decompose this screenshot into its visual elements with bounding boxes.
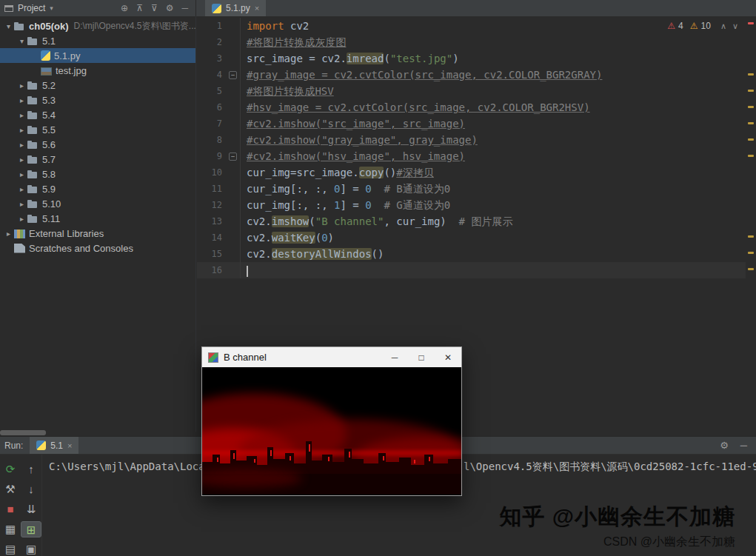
chevron-down-icon[interactable]: ▾ bbox=[50, 4, 53, 12]
chevron-right-icon[interactable]: ▸ bbox=[16, 81, 27, 90]
code-text[interactable]: cur_img[:, :, 0] = 0 # B通道设为0 bbox=[241, 181, 746, 197]
chevron-right-icon[interactable]: ▸ bbox=[16, 155, 27, 164]
inspections-widget[interactable]: ⚠ 4 ⚠ 10 ∧ ∨ bbox=[667, 21, 738, 31]
stripe-mark[interactable] bbox=[748, 73, 754, 76]
code-text[interactable]: #cv2.imshow("gray_image", gray_image) bbox=[241, 132, 746, 148]
chevron-right-icon[interactable]: ▸ bbox=[16, 126, 27, 134]
chevron-right-icon[interactable]: ▸ bbox=[3, 230, 14, 238]
code-text[interactable]: cv2.waitKey(0) bbox=[241, 230, 746, 246]
next-problem-icon[interactable]: ∨ bbox=[732, 21, 738, 31]
stripe-mark[interactable] bbox=[748, 90, 754, 92]
minimize-icon[interactable]: ─ bbox=[381, 347, 408, 367]
collapse-all-icon[interactable]: ⊼ bbox=[136, 0, 143, 16]
code-text[interactable]: cur_img[:, :, 1] = 0 # G通道设为0 bbox=[241, 197, 746, 213]
tree-item-5.1.py[interactable]: 5.1.py bbox=[0, 48, 195, 63]
chevron-right-icon[interactable]: ▸ bbox=[16, 185, 27, 193]
code-text[interactable] bbox=[241, 262, 746, 278]
stripe-mark[interactable] bbox=[748, 22, 754, 24]
code-text[interactable]: #将图片转换成HSV bbox=[241, 83, 746, 99]
code-token: ( bbox=[384, 53, 389, 64]
chevron-right-icon[interactable]: ▸ bbox=[16, 170, 27, 178]
code-text[interactable]: #gray_image = cv2.cvtColor(src_image, cv… bbox=[241, 67, 746, 83]
pin-tab-icon[interactable]: ⊞ bbox=[21, 521, 41, 537]
tree-item-5.3[interactable]: ▸5.3 bbox=[0, 93, 195, 107]
code-text[interactable]: src_image = cv2.imread("test.jpg") bbox=[241, 50, 746, 67]
warning-count: 10 bbox=[701, 21, 711, 31]
tab-close-icon[interactable]: × bbox=[255, 4, 259, 13]
tree-item-ch05(ok)[interactable]: ▾ch05(ok)D:\mjl\Opencv4.5资料\图书资... bbox=[0, 19, 195, 33]
locate-file-icon[interactable]: ⊕ bbox=[121, 0, 128, 16]
code-line-7: 7#cv2.imshow("src_image", src_image) bbox=[197, 115, 746, 132]
stripe-mark[interactable] bbox=[748, 122, 754, 124]
code-text[interactable]: #将图片转换成灰度图 bbox=[241, 34, 746, 50]
chevron-right-icon[interactable]: ▸ bbox=[16, 111, 27, 119]
close-icon[interactable]: ✕ bbox=[435, 347, 461, 367]
code-token: destoryAllWindos bbox=[272, 248, 372, 260]
stripe-mark[interactable] bbox=[748, 106, 754, 108]
tree-item-label: 5.11 bbox=[42, 213, 60, 224]
code-text[interactable]: #hsv_image = cv2.cvtColor(src_image, cv2… bbox=[241, 99, 746, 115]
tree-item-5.4[interactable]: ▸5.4 bbox=[0, 107, 195, 122]
stripe-mark[interactable] bbox=[748, 235, 754, 238]
maximize-icon[interactable]: □ bbox=[408, 347, 435, 367]
stripe-mark[interactable] bbox=[748, 138, 754, 141]
error-stripe[interactable] bbox=[746, 16, 756, 432]
chevron-right-icon[interactable]: ▸ bbox=[16, 215, 27, 223]
error-triangle-icon: ⚠ bbox=[667, 21, 675, 31]
chevron-down-icon[interactable]: ▾ bbox=[3, 22, 14, 30]
run-tab-close-icon[interactable]: × bbox=[67, 441, 72, 450]
tree-item-5.2[interactable]: ▸5.2 bbox=[0, 78, 195, 93]
fold-column bbox=[222, 34, 241, 50]
tree-item-5.7[interactable]: ▸5.7 bbox=[0, 152, 195, 167]
watermark-csdn: CSDN @小幽余生不加糖 bbox=[499, 535, 735, 550]
rerun-icon[interactable]: ⟳ bbox=[0, 461, 21, 478]
settings-icon[interactable]: ⚙ bbox=[166, 0, 174, 16]
folder-icon bbox=[27, 80, 39, 90]
stripe-mark[interactable] bbox=[748, 252, 754, 254]
project-tool-button[interactable]: Project bbox=[18, 3, 45, 13]
down-stack-frame-icon[interactable]: ↓ bbox=[21, 481, 41, 498]
tree-item-5.5[interactable]: ▸5.5 bbox=[0, 122, 195, 137]
print-console-icon[interactable]: ▣ bbox=[21, 541, 41, 556]
chevron-right-icon[interactable]: ▸ bbox=[16, 141, 27, 149]
editor-tab-5.1.py[interactable]: 5.1.py × bbox=[205, 0, 266, 16]
stripe-mark[interactable] bbox=[748, 155, 754, 157]
stripe-mark[interactable] bbox=[748, 268, 754, 270]
previous-problem-icon[interactable]: ∧ bbox=[720, 21, 726, 31]
tree-item-5.1[interactable]: ▾5.1 bbox=[0, 33, 195, 48]
run-settings-gear-icon[interactable]: ⚙ bbox=[720, 440, 729, 451]
code-text[interactable]: cur_img=src_image.copy()#深拷贝 bbox=[241, 164, 746, 181]
line-number: 4 bbox=[197, 67, 222, 83]
code-token: src_image = cv2. bbox=[247, 53, 347, 64]
tree-item-External Libraries[interactable]: ▸External Libraries bbox=[0, 226, 195, 241]
run-tab-5.1[interactable]: 5.1 × bbox=[30, 437, 78, 454]
up-stack-frame-icon[interactable]: ↑ bbox=[21, 461, 41, 478]
chevron-down-icon[interactable]: ▾ bbox=[16, 37, 27, 45]
tree-item-5.11[interactable]: ▸5.11 bbox=[0, 211, 195, 226]
hide-panel-icon[interactable]: ─ bbox=[181, 0, 188, 16]
wrench-icon[interactable]: ⚒ bbox=[0, 481, 21, 498]
code-text[interactable]: #cv2.imshow("hsv_image", hsv_image) bbox=[241, 148, 746, 164]
tree-item-test.jpg[interactable]: test.jpg bbox=[0, 63, 195, 78]
code-text[interactable]: cv2.destoryAllWindos() bbox=[241, 246, 746, 262]
restore-layout-icon[interactable]: ▦ bbox=[0, 521, 21, 537]
b-channel-title-bar[interactable]: B channel ─ □ ✕ bbox=[201, 346, 462, 367]
tree-item-5.8[interactable]: ▸5.8 bbox=[0, 167, 195, 181]
run-hide-panel-icon[interactable]: ─ bbox=[740, 440, 747, 451]
code-text[interactable]: #cv2.imshow("src_image", src_image) bbox=[241, 115, 746, 132]
stop-icon[interactable]: ■ bbox=[0, 501, 21, 518]
console-view-icon[interactable]: ▤ bbox=[0, 541, 21, 556]
code-text[interactable]: cv2.imshow("B channel", cur_img) # 图片展示 bbox=[241, 213, 746, 230]
tree-item-5.10[interactable]: ▸5.10 bbox=[0, 196, 195, 211]
console-scroll-icon[interactable]: ⇊ bbox=[21, 501, 41, 518]
b-channel-window[interactable]: B channel ─ □ ✕ bbox=[201, 346, 462, 496]
fold-icon[interactable]: − bbox=[229, 71, 237, 79]
tree-item-5.6[interactable]: ▸5.6 bbox=[0, 137, 195, 152]
fold-icon[interactable]: − bbox=[229, 153, 237, 161]
tree-item-Scratches and Consoles[interactable]: Scratches and Consoles bbox=[0, 241, 195, 255]
chevron-right-icon[interactable]: ▸ bbox=[16, 96, 27, 104]
scrollbar-thumb[interactable] bbox=[0, 430, 46, 435]
expand-all-icon[interactable]: ⊽ bbox=[151, 0, 158, 16]
chevron-right-icon[interactable]: ▸ bbox=[16, 200, 27, 208]
tree-item-5.9[interactable]: ▸5.9 bbox=[0, 181, 195, 196]
